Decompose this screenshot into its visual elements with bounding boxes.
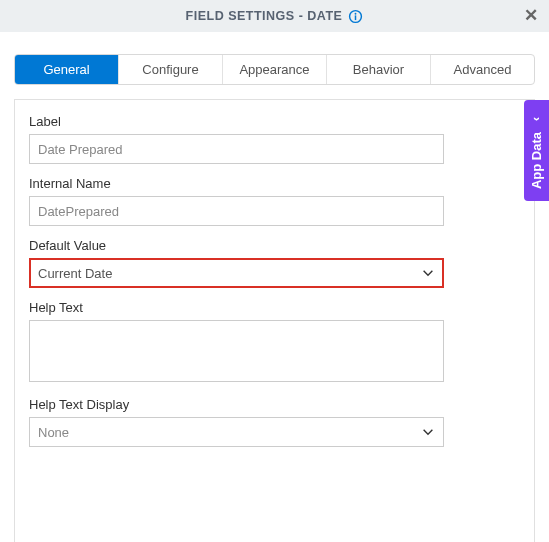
tab-configure[interactable]: Configure (119, 55, 223, 84)
help-text-display-selected: None (38, 425, 69, 440)
default-value-select[interactable]: Current Date (29, 258, 444, 288)
help-text-display-caption: Help Text Display (29, 397, 520, 412)
label-input[interactable] (29, 134, 444, 164)
default-value-caption: Default Value (29, 238, 520, 253)
chevron-left-icon: ‹ (530, 117, 544, 121)
field-internal-name: Internal Name (29, 176, 520, 226)
svg-point-1 (355, 12, 357, 14)
tab-appearance[interactable]: Appearance (223, 55, 327, 84)
chevron-down-icon (421, 425, 435, 439)
tab-advanced[interactable]: Advanced (431, 55, 534, 84)
field-default-value: Default Value Current Date (29, 238, 520, 288)
help-text-display-select[interactable]: None (29, 417, 444, 447)
svg-rect-2 (355, 15, 357, 20)
dialog-title: FIELD SETTINGS - DATE (186, 9, 343, 23)
app-data-sidebar-tab[interactable]: App Data ‹ (524, 100, 549, 201)
field-label: Label (29, 114, 520, 164)
close-icon[interactable]: ✕ (523, 8, 539, 24)
app-data-label: App Data (529, 132, 544, 189)
internal-name-input[interactable] (29, 196, 444, 226)
tabs: General Configure Appearance Behavior Ad… (14, 54, 535, 85)
field-help-text-display: Help Text Display None (29, 397, 520, 447)
info-icon[interactable] (348, 9, 363, 24)
help-text-caption: Help Text (29, 300, 520, 315)
field-help-text: Help Text (29, 300, 520, 385)
chevron-down-icon (421, 266, 435, 280)
default-value-selected: Current Date (38, 266, 112, 281)
label-caption: Label (29, 114, 520, 129)
tab-behavior[interactable]: Behavior (327, 55, 431, 84)
tab-general[interactable]: General (15, 55, 119, 84)
general-panel: Label Internal Name Default Value Curren… (14, 99, 535, 542)
dialog-body: General Configure Appearance Behavior Ad… (0, 32, 549, 542)
help-text-input[interactable] (29, 320, 444, 382)
internal-name-caption: Internal Name (29, 176, 520, 191)
dialog-header: FIELD SETTINGS - DATE ✕ (0, 0, 549, 32)
